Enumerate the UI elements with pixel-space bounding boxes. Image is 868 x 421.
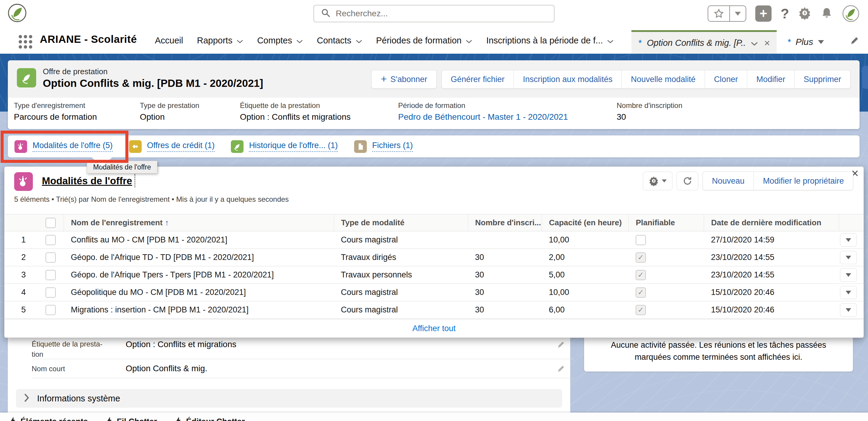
record-link[interactable]: Géopo. de l'Afrique TD - TD [PDB M1 - 20… — [64, 249, 334, 266]
text-caret — [134, 174, 135, 187]
modalites-popup: × Modalités de l'offre 5 éléments • Trié… — [4, 167, 864, 338]
chevron-down-icon[interactable] — [355, 36, 362, 46]
action-button[interactable]: Cloner — [705, 70, 747, 89]
row-actions-button[interactable] — [840, 303, 857, 317]
column-nom[interactable]: Nom de l'enregistrement↑ — [64, 214, 334, 231]
utility-item[interactable]: Éléments récents — [10, 416, 88, 421]
quick-link-fichiers[interactable]: Fichiers (1) — [354, 140, 413, 153]
offer-entity-icon — [17, 68, 36, 87]
chevron-down-icon[interactable] — [466, 36, 472, 46]
list-settings-button[interactable] — [643, 172, 673, 190]
nav-item[interactable]: Accueil — [155, 36, 183, 46]
row-actions-button[interactable] — [840, 286, 857, 299]
nav-item[interactable]: Contacts — [317, 36, 362, 46]
edit-nav-pencil-icon[interactable] — [849, 36, 860, 47]
row-actions-button[interactable] — [840, 268, 857, 282]
global-search-input[interactable]: Recherchez... — [313, 5, 555, 22]
quick-link-historique[interactable]: Historique de l'offre... (1) — [231, 140, 338, 153]
annotation-highlight-box — [1, 130, 128, 163]
select-all-checkbox[interactable] — [42, 214, 64, 231]
popup-title[interactable]: Modalités de l'offre — [42, 175, 132, 187]
column-date-modification[interactable]: Date de dernière modification — [704, 214, 839, 231]
favorites-button[interactable] — [708, 5, 746, 22]
more-tabs-button[interactable]: * Plus — [787, 30, 824, 54]
record-link[interactable]: Géopolitique du MO - CM [PDB M1 - 2020/2… — [64, 284, 334, 301]
action-button[interactable]: Modifier — [747, 70, 794, 89]
no-activity-text: Aucune activité passée. Les réunions et … — [593, 339, 844, 363]
collapse-panel-tab[interactable] — [862, 66, 868, 89]
sort-asc-icon: ↑ — [165, 218, 169, 227]
global-add-button[interactable]: + — [755, 5, 772, 22]
edit-pencil-icon[interactable] — [556, 364, 565, 374]
edit-pencil-icon[interactable] — [556, 340, 565, 351]
new-button[interactable]: Nouveau — [703, 172, 753, 190]
inscriptions-cell: 30 — [468, 301, 541, 319]
screen: Recherchez... + ? ARIANE - Scolar — [0, 0, 868, 421]
action-button[interactable]: Supprimer — [794, 70, 850, 89]
row-checkbox[interactable] — [42, 249, 64, 266]
user-avatar[interactable] — [842, 5, 860, 22]
action-button[interactable]: Inscription aux modalités — [514, 70, 621, 89]
row-checkbox[interactable] — [42, 231, 64, 249]
periode-link[interactable]: Pedro de Béthencourt - Master 1 - 2020/2… — [398, 112, 568, 122]
date-cell: 15/10/2020 20:46 — [704, 284, 839, 301]
record-action-group: Générer fichierInscription aux modalités… — [441, 70, 850, 89]
record-link[interactable]: Migrations : insertion - CM [PDB M1 - 20… — [64, 301, 334, 319]
type-cell: Travaux dirigés — [334, 249, 468, 266]
app-launcher-icon[interactable] — [19, 35, 32, 49]
column-type[interactable]: Type de modalité — [334, 214, 468, 231]
notifications-bell-icon[interactable] — [820, 7, 833, 21]
credit-icon — [129, 140, 142, 153]
nav-item[interactable]: Comptes — [257, 36, 303, 46]
table-body: 1Conflits au MO - CM [PDB M1 - 2020/2021… — [4, 231, 864, 319]
nav-item[interactable]: Périodes de formation — [376, 36, 472, 46]
utility-bar: Éléments récentsFil ChatterÉditeur Chatt… — [0, 413, 868, 421]
popup-actions: Nouveau Modifier le propriétaire — [643, 172, 853, 190]
row-checkbox[interactable] — [42, 284, 64, 301]
row-number: 3 — [4, 266, 42, 284]
setup-gear-icon[interactable] — [798, 6, 811, 21]
chevron-down-icon[interactable] — [751, 38, 758, 48]
row-checkbox[interactable] — [42, 266, 64, 284]
refresh-button[interactable] — [677, 172, 698, 190]
close-tab-icon[interactable]: × — [764, 37, 770, 49]
date-cell: 23/10/2020 14:55 — [704, 266, 839, 284]
utility-item[interactable]: Fil Chatter — [106, 416, 157, 421]
help-icon[interactable]: ? — [781, 5, 789, 22]
record-link[interactable]: Géopo. de l'Afrique Tpers - Tpers [PDB M… — [64, 266, 334, 284]
record-link[interactable]: Conflits au MO - CM [PDB M1 - 2020/2021] — [64, 231, 334, 249]
column-inscriptions[interactable]: Nombre d'inscri... — [468, 214, 541, 231]
chevron-down-icon[interactable] — [296, 36, 303, 46]
utility-item[interactable]: Éditeur Chatter — [175, 416, 245, 421]
column-planifiable[interactable]: Planifiable — [628, 214, 704, 231]
action-button[interactable]: Générer fichier — [441, 70, 514, 89]
leaf-icon — [231, 140, 244, 153]
quick-link-offres-credit[interactable]: Offres de crédit (1) — [129, 140, 215, 153]
table-row: 4Géopolitique du MO - CM [PDB M1 - 2020/… — [4, 284, 864, 301]
capacite-cell: 2,00 — [541, 249, 628, 266]
popup-subtitle: 5 éléments • Trié(s) par Nom de l'enregi… — [14, 195, 289, 204]
chevron-right-icon — [24, 393, 29, 403]
workspace-tab-active[interactable]: * Option Conflits & mig. [P... × — [631, 30, 777, 54]
subscribe-button[interactable]: + S'abonner — [371, 70, 436, 89]
plus-icon: + — [381, 73, 387, 85]
nav-item[interactable]: Rapports — [197, 36, 244, 46]
row-number: 4 — [4, 284, 42, 301]
show-all-link[interactable]: Afficher tout — [412, 324, 456, 333]
chevron-down-icon[interactable] — [607, 36, 614, 46]
nav-item[interactable]: Inscriptions à la période de f... — [486, 36, 614, 46]
date-cell: 23/10/2020 14:55 — [704, 249, 839, 266]
row-checkbox[interactable] — [42, 301, 64, 319]
system-info-section[interactable]: Informations système — [16, 389, 562, 408]
type-cell: Cours magistral — [334, 284, 468, 301]
row-actions-button[interactable] — [840, 233, 857, 247]
favorites-dropdown-icon[interactable] — [730, 6, 746, 21]
favorites-star-icon[interactable] — [708, 6, 730, 21]
action-button[interactable]: Nouvelle modalité — [621, 70, 705, 89]
row-actions-button[interactable] — [840, 251, 857, 264]
change-owner-button[interactable]: Modifier le propriétaire — [753, 172, 853, 190]
chevron-down-icon[interactable] — [237, 36, 243, 46]
bolt-icon — [106, 416, 113, 421]
planifiable-checkbox: ✓ — [636, 252, 646, 263]
column-capacite[interactable]: Capacité (en heure) — [541, 214, 628, 231]
